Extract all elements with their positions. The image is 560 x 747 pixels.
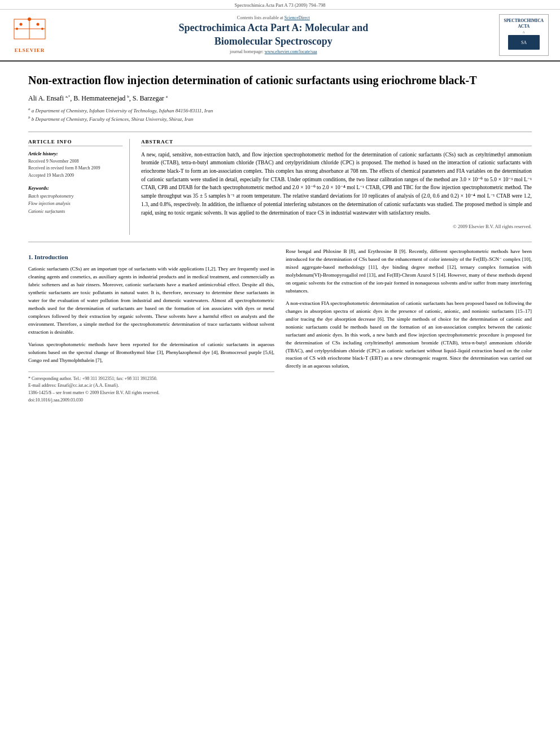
article-info-col: ARTICLE INFO Article history: Received 9…: [28, 139, 130, 235]
logo-title: SPECTROCHIMICAACTA: [504, 18, 544, 29]
keyword-2: Flow injection analysis: [28, 200, 123, 208]
keyword-3: Cationic surfactants: [28, 208, 123, 216]
logo-graphic: SA: [507, 34, 541, 51]
authors-line: Ali A. Ensafi a,*, B. Hemmateenejad b, S…: [28, 94, 532, 103]
footer-notes: * Corresponding author. Tel.: +98 311 39…: [28, 372, 274, 404]
paper-title: Non-extraction flow injection determinat…: [28, 73, 532, 88]
intro-heading: 1. Introduction: [28, 252, 274, 262]
keywords-title: Keywords:: [28, 185, 123, 191]
body-para-2: Various spectrophotometric methods have …: [28, 341, 274, 365]
journal-header: ELSEVIER Contents lists available at Sci…: [0, 10, 560, 62]
contents-available: Contents lists available at ScienceDirec…: [48, 15, 499, 20]
issn-line: 1386-1425/$ – see front matter © 2009 El…: [28, 390, 274, 397]
body-content: 1. Introduction Cationic surfactants (CS…: [28, 248, 532, 404]
svg-point-7: [41, 28, 43, 30]
abstract-label: ABSTRACT: [141, 139, 532, 146]
received-date: Received 9 November 2008: [28, 158, 123, 165]
keywords-list: Batch spectrophotometry Flow injection a…: [28, 193, 123, 216]
elsevier-logo: ELSEVIER: [11, 16, 48, 53]
body-para-3: Rose bengal and Phloxine B [8], and Eryt…: [286, 248, 532, 295]
svg-point-6: [16, 28, 18, 30]
top-bar: Spectrochimica Acta Part A 73 (2009) 794…: [0, 0, 560, 10]
section-divider: [28, 242, 532, 242]
corresponding-note: * Corresponding author. Tel.: +98 311 39…: [28, 375, 274, 383]
journal-homepage: journal homepage: www.elsevier.com/locat…: [48, 49, 499, 54]
article-history: Article history: Received 9 November 200…: [28, 151, 123, 180]
body-para-1: Cationic surfactants (CSs) are an import…: [28, 265, 274, 336]
svg-point-5: [37, 23, 40, 26]
accepted-date: Accepted 19 March 2009: [28, 172, 123, 180]
revised-date: Received in revised form 8 March 2009: [28, 165, 123, 172]
abstract-text: A new, rapid, sensitive, non-extraction …: [141, 151, 532, 217]
journal-logo-right: SPECTROCHIMICAACTA A SA: [499, 14, 549, 56]
affiliations: a a Department of Chemistry, Isfahan Uni…: [28, 106, 532, 124]
svg-point-3: [28, 18, 31, 21]
journal-citation: Spectrochimica Acta Part A 73 (2009) 794…: [235, 2, 326, 8]
svg-text:SA: SA: [521, 40, 527, 45]
abstract-col: ABSTRACT A new, rapid, sensitive, non-ex…: [141, 139, 532, 235]
keywords-group: Keywords: Batch spectrophotometry Flow i…: [28, 185, 123, 216]
body-col-right: Rose bengal and Phloxine B [8], and Eryt…: [286, 248, 532, 404]
article-info-abstract: ARTICLE INFO Article history: Received 9…: [28, 132, 532, 235]
doi-line: doi:10.1016/j.saa.2009.03.030: [28, 397, 274, 404]
article-info-label: ARTICLE INFO: [28, 139, 123, 146]
sciencedirect-link[interactable]: ScienceDirect: [285, 15, 310, 20]
homepage-url[interactable]: www.elsevier.com/locate/saa: [265, 49, 317, 54]
keyword-1: Batch spectrophotometry: [28, 193, 123, 200]
copyright: © 2009 Elsevier B.V. All rights reserved…: [141, 221, 532, 229]
body-para-4: A non-extraction FIA spectrophotometric …: [286, 300, 532, 370]
body-col-left: 1. Introduction Cationic surfactants (CS…: [28, 248, 274, 404]
history-title: Article history:: [28, 151, 123, 156]
elsevier-logo-svg: [11, 16, 48, 47]
journal-title: Spectrochimica Acta Part A: Molecular an…: [48, 21, 499, 48]
elsevier-wordmark: ELSEVIER: [15, 47, 45, 53]
main-content: Non-extraction flow injection determinat…: [0, 62, 560, 416]
svg-point-4: [20, 23, 23, 26]
email-note: E-mail address: Ensafi@cc.iut.ac.ir (A.A…: [28, 382, 274, 390]
journal-center: Contents lists available at ScienceDirec…: [48, 15, 499, 54]
